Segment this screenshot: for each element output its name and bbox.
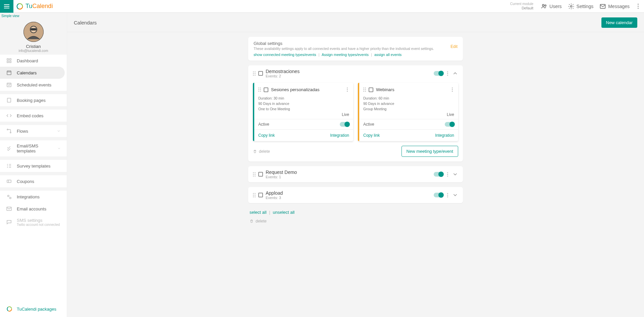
- drag-handle[interactable]: [253, 71, 256, 76]
- event-checkbox[interactable]: [369, 87, 373, 92]
- assign-meeting-link[interactable]: Assign meeting types/events: [322, 53, 369, 57]
- app-header: TuCalendi Current module Default Users S…: [0, 0, 644, 13]
- logo-small-icon: [6, 306, 13, 312]
- nav-flows[interactable]: Flows: [0, 125, 67, 137]
- nav-coupons[interactable]: Coupons: [0, 175, 67, 187]
- active-label: Active: [258, 122, 269, 127]
- drag-handle[interactable]: [363, 87, 366, 92]
- svg-point-4: [545, 5, 546, 6]
- profile-name: Cristian: [0, 44, 67, 49]
- nav-email-sms[interactable]: Email/SMS templates: [0, 140, 67, 156]
- settings-link[interactable]: Settings: [568, 3, 594, 10]
- assign-all-link[interactable]: assign all events: [374, 53, 401, 57]
- chat-icon: [6, 219, 12, 225]
- calendar-icon: [6, 70, 12, 76]
- event-live-label: Live: [258, 112, 349, 117]
- copy-link[interactable]: Copy link: [258, 133, 275, 138]
- global-settings-card: Global settings These availability setti…: [248, 37, 463, 61]
- calendar-checkbox[interactable]: [258, 193, 263, 197]
- packages-link[interactable]: TuCalendi packages: [0, 301, 67, 317]
- page-title: Calendars: [74, 20, 97, 25]
- page-header: Calendars New calendar: [67, 13, 644, 32]
- calendar-title-wrap[interactable]: Demostraciones Events: 2: [266, 69, 431, 78]
- flow-icon: [6, 128, 12, 134]
- new-calendar-button[interactable]: New calendar: [601, 17, 638, 28]
- simple-view-link[interactable]: Simple view: [0, 13, 67, 18]
- nav-booking[interactable]: Booking pages: [0, 94, 67, 106]
- calendar-checkbox[interactable]: [258, 172, 263, 177]
- event-title[interactable]: Webinars: [376, 87, 448, 92]
- grid-icon: [6, 58, 12, 64]
- nav-survey[interactable]: Survey templates: [0, 160, 67, 172]
- calendar-menu[interactable]: [446, 192, 449, 199]
- integration-link[interactable]: Integration: [435, 133, 454, 138]
- event-checkbox[interactable]: [264, 87, 268, 92]
- calendar-toggle[interactable]: [434, 71, 443, 76]
- calendar-card: Appload Events: 3: [248, 187, 463, 203]
- event-menu[interactable]: [345, 86, 349, 93]
- chevron-up-icon[interactable]: [452, 70, 458, 76]
- ticket-icon: [6, 178, 12, 184]
- profile: Cristian info@tucalendi.com: [0, 18, 67, 55]
- nav-scheduled[interactable]: Scheduled events: [0, 79, 67, 91]
- logo-text: TuCalendi: [25, 3, 53, 10]
- integration-link[interactable]: Integration: [330, 133, 349, 138]
- calendar-title-wrap[interactable]: Appload Events: 3: [266, 190, 431, 200]
- event-meta: Duration: 30 min 90 Days in advance One …: [258, 96, 349, 112]
- list-icon: [6, 163, 12, 169]
- event-active-toggle[interactable]: [340, 122, 349, 127]
- calendar-checkbox[interactable]: [258, 71, 263, 76]
- calendar-menu[interactable]: [446, 70, 449, 77]
- svg-point-5: [570, 5, 572, 7]
- unselect-all-link[interactable]: unselect all: [273, 210, 294, 215]
- active-label: Active: [363, 122, 374, 127]
- nav-embed[interactable]: Embed codes: [0, 110, 67, 122]
- current-module[interactable]: Current module Default: [510, 2, 533, 10]
- more-menu[interactable]: [636, 4, 641, 9]
- delete-button[interactable]: delete: [253, 149, 270, 154]
- users-icon: [541, 3, 547, 10]
- svg-rect-9: [31, 28, 36, 30]
- drag-handle[interactable]: [253, 172, 256, 177]
- logo[interactable]: TuCalendi: [13, 3, 53, 10]
- calendar-card: Request Demo Events: 1: [248, 166, 463, 182]
- calendar-toggle[interactable]: [434, 172, 443, 177]
- drag-handle[interactable]: [258, 87, 261, 92]
- nav-dashboard[interactable]: Dashboard: [0, 55, 67, 67]
- check-layers-icon: [6, 145, 12, 151]
- chevron-down-icon[interactable]: [452, 192, 458, 198]
- event-active-toggle[interactable]: [445, 122, 454, 127]
- nav-sms-settings[interactable]: SMS settings Twilio account not connecte…: [0, 215, 67, 230]
- chevron-down-icon[interactable]: [452, 171, 458, 177]
- event-card: Webinars Duration: 60 min 90 Days in adv…: [358, 83, 458, 141]
- global-settings-title: Global settings: [254, 41, 450, 46]
- event-menu[interactable]: [450, 86, 454, 93]
- global-settings-edit[interactable]: Edit: [450, 41, 458, 49]
- mail-icon: [6, 206, 12, 212]
- nav-email-accounts[interactable]: Email accounts: [0, 203, 67, 215]
- svg-rect-16: [7, 98, 11, 102]
- hamburger-menu[interactable]: [0, 0, 13, 13]
- users-link[interactable]: Users: [541, 3, 562, 10]
- svg-rect-11: [10, 59, 11, 60]
- hamburger-icon: [4, 4, 9, 8]
- show-connected-link[interactable]: show connected meeting types/events: [254, 53, 316, 57]
- nav-calendars[interactable]: Calendars: [0, 67, 65, 79]
- new-event-button[interactable]: New meeting type/event: [401, 146, 458, 157]
- messages-link[interactable]: Messages: [599, 3, 630, 10]
- calendar-toggle[interactable]: [434, 193, 443, 197]
- select-all-link[interactable]: select all: [250, 210, 267, 215]
- avatar[interactable]: [23, 22, 44, 42]
- calendar-title-wrap[interactable]: Request Demo Events: 1: [266, 170, 431, 179]
- sidebar: Simple view Cristian info@tucalendi.com …: [0, 13, 67, 317]
- event-title[interactable]: Sesiones personalizadas: [271, 87, 343, 92]
- copy-link[interactable]: Copy link: [363, 133, 380, 138]
- bottom-delete[interactable]: delete: [248, 217, 463, 226]
- svg-point-21: [10, 197, 11, 199]
- event-meta: Duration: 60 min 90 Days in advance Grou…: [363, 96, 454, 112]
- gears-icon: [6, 194, 12, 200]
- drag-handle[interactable]: [253, 193, 256, 197]
- calendar-menu[interactable]: [446, 171, 449, 178]
- global-settings-desc: These availability settings apply to all…: [254, 47, 450, 51]
- nav-integrations[interactable]: Integrations: [0, 191, 67, 203]
